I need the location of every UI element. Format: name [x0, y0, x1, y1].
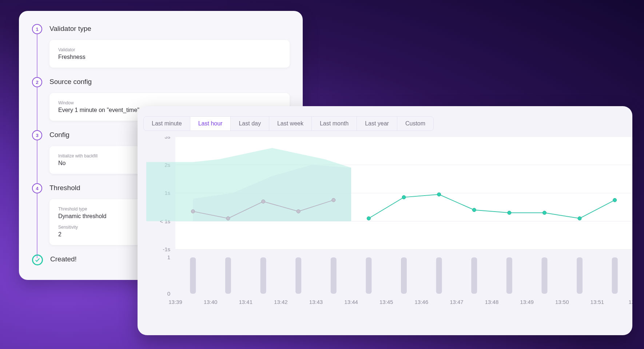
- svg-rect-30: [331, 257, 337, 294]
- tab-last-year[interactable]: Last year: [357, 117, 397, 131]
- svg-rect-27: [225, 257, 231, 294]
- svg-text:13:44: 13:44: [344, 299, 358, 305]
- svg-point-20: [508, 211, 511, 214]
- svg-rect-26: [190, 257, 196, 294]
- svg-rect-36: [541, 257, 547, 294]
- svg-text:13:47: 13:47: [450, 299, 464, 305]
- step-badge-4: 4: [32, 183, 42, 193]
- svg-rect-35: [506, 257, 512, 294]
- step-badge-1: 1: [32, 24, 42, 34]
- step-badge-2: 2: [32, 77, 42, 87]
- chart-plot: 3s2s1s< 1s-1s1013:3913:4013:4113:4213:43…: [146, 137, 632, 326]
- step-title: Validator type: [49, 24, 290, 33]
- step-panel: Validator Freshness: [49, 40, 290, 68]
- svg-rect-32: [401, 257, 407, 294]
- tab-custom[interactable]: Custom: [397, 117, 433, 131]
- tab-last-month[interactable]: Last month: [312, 117, 357, 131]
- svg-text:0: 0: [167, 290, 170, 297]
- step-rail: [37, 87, 37, 134]
- svg-point-23: [613, 198, 617, 202]
- svg-point-18: [437, 193, 441, 196]
- svg-text:13:51: 13:51: [591, 299, 604, 305]
- svg-text:13:40: 13:40: [204, 299, 218, 305]
- svg-text:13:50: 13:50: [555, 299, 569, 305]
- svg-text:1: 1: [167, 254, 170, 260]
- svg-text:13:42: 13:42: [274, 299, 288, 305]
- svg-rect-31: [366, 257, 371, 294]
- chart-card: Last minute Last hour Last day Last week…: [138, 106, 632, 335]
- svg-point-11: [191, 209, 195, 213]
- wizard-step-1: 1 Validator type Validator Freshness: [32, 24, 290, 68]
- svg-point-12: [226, 217, 230, 220]
- svg-rect-38: [612, 257, 618, 294]
- time-range-tabs: Last minute Last hour Last day Last week…: [143, 116, 434, 131]
- svg-text:13:: 13:: [629, 299, 632, 305]
- svg-point-16: [367, 217, 370, 220]
- field-label: Validator: [58, 47, 281, 52]
- svg-rect-29: [295, 257, 301, 294]
- field-label: Window: [58, 100, 281, 105]
- svg-text:3s: 3s: [164, 137, 170, 140]
- svg-point-15: [332, 198, 335, 202]
- svg-point-17: [402, 196, 406, 199]
- tab-last-day[interactable]: Last day: [231, 117, 269, 131]
- svg-text:13:49: 13:49: [520, 299, 534, 305]
- svg-rect-37: [577, 257, 583, 294]
- tab-last-minute[interactable]: Last minute: [144, 117, 190, 131]
- svg-text:13:43: 13:43: [309, 299, 323, 305]
- svg-text:13:48: 13:48: [485, 299, 499, 305]
- step-rail: [37, 193, 37, 258]
- svg-text:-1s: -1s: [163, 246, 170, 252]
- svg-text:13:45: 13:45: [379, 299, 393, 305]
- step-rail: [37, 140, 37, 187]
- field-value: Freshness: [58, 54, 281, 60]
- svg-rect-34: [471, 257, 477, 294]
- tab-last-hour[interactable]: Last hour: [190, 117, 231, 131]
- step-badge-3: 3: [32, 130, 42, 140]
- svg-point-21: [542, 211, 546, 214]
- svg-text:13:39: 13:39: [168, 299, 182, 305]
- step-rail: [37, 34, 37, 81]
- check-icon: [32, 254, 43, 265]
- svg-rect-28: [261, 257, 266, 294]
- svg-text:13:41: 13:41: [239, 299, 253, 305]
- svg-text:13:46: 13:46: [415, 299, 429, 305]
- svg-point-22: [578, 217, 581, 220]
- step-title: Source config: [49, 77, 290, 86]
- svg-point-13: [262, 200, 265, 203]
- svg-point-14: [297, 209, 300, 213]
- svg-rect-33: [436, 257, 442, 294]
- tab-last-week[interactable]: Last week: [269, 117, 312, 131]
- svg-point-19: [472, 208, 476, 212]
